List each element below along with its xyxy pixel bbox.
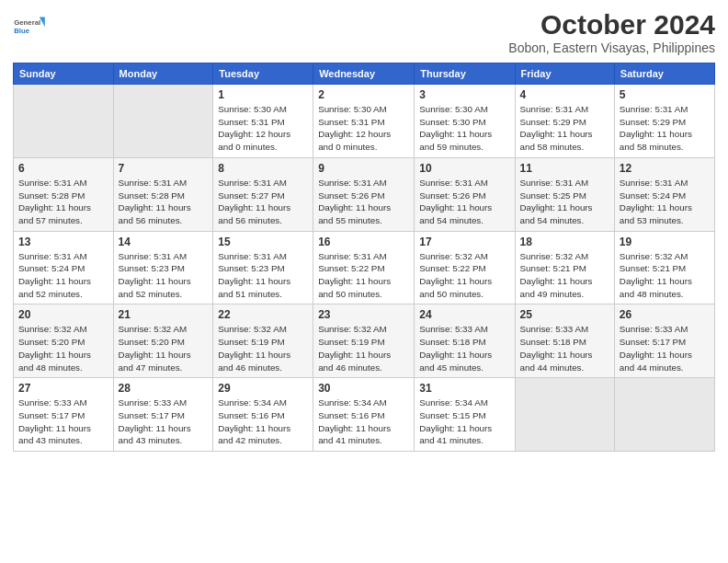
cell-date-number: 26 <box>620 308 710 321</box>
cell-date-number: 28 <box>119 382 209 395</box>
cell-date-number: 25 <box>520 308 609 321</box>
cell-date-number: 10 <box>419 162 509 175</box>
calendar-cell: 5Sunrise: 5:31 AM Sunset: 5:29 PM Daylig… <box>614 85 714 158</box>
weekday-header-monday: Monday <box>113 63 213 85</box>
weekday-header-friday: Friday <box>515 63 614 85</box>
calendar-cell: 31Sunrise: 5:34 AM Sunset: 5:15 PM Dayli… <box>415 378 515 452</box>
calendar-cell <box>614 378 714 452</box>
cell-info-text: Sunrise: 5:32 AM Sunset: 5:22 PM Dayligh… <box>419 250 509 301</box>
weekday-header-thursday: Thursday <box>415 63 515 85</box>
calendar-cell: 18Sunrise: 5:32 AM Sunset: 5:21 PM Dayli… <box>515 231 614 304</box>
calendar-cell: 22Sunrise: 5:32 AM Sunset: 5:19 PM Dayli… <box>213 304 313 378</box>
cell-info-text: Sunrise: 5:31 AM Sunset: 5:29 PM Dayligh… <box>520 103 609 154</box>
cell-date-number: 21 <box>119 308 209 321</box>
calendar-cell: 1Sunrise: 5:30 AM Sunset: 5:31 PM Daylig… <box>213 85 313 158</box>
cell-date-number: 16 <box>318 236 409 248</box>
calendar-cell: 26Sunrise: 5:33 AM Sunset: 5:17 PM Dayli… <box>614 304 714 378</box>
cell-info-text: Sunrise: 5:34 AM Sunset: 5:16 PM Dayligh… <box>318 396 409 447</box>
cell-info-text: Sunrise: 5:32 AM Sunset: 5:19 PM Dayligh… <box>318 323 409 373</box>
calendar-subtitle: Bobon, Eastern Visayas, Philippines <box>508 40 715 55</box>
cell-date-number: 2 <box>318 88 409 101</box>
calendar-cell <box>515 378 614 452</box>
svg-text:General: General <box>14 18 40 27</box>
cell-info-text: Sunrise: 5:31 AM Sunset: 5:25 PM Dayligh… <box>520 177 609 227</box>
cell-info-text: Sunrise: 5:34 AM Sunset: 5:16 PM Dayligh… <box>218 396 308 447</box>
cell-date-number: 29 <box>218 382 308 395</box>
cell-date-number: 7 <box>119 162 209 175</box>
cell-info-text: Sunrise: 5:31 AM Sunset: 5:26 PM Dayligh… <box>318 177 409 227</box>
cell-info-text: Sunrise: 5:31 AM Sunset: 5:28 PM Dayligh… <box>119 177 209 227</box>
cell-info-text: Sunrise: 5:32 AM Sunset: 5:21 PM Dayligh… <box>620 250 710 301</box>
weekday-header-saturday: Saturday <box>614 63 714 85</box>
cell-info-text: Sunrise: 5:30 AM Sunset: 5:30 PM Dayligh… <box>419 103 509 154</box>
cell-date-number: 22 <box>218 308 308 321</box>
cell-info-text: Sunrise: 5:31 AM Sunset: 5:26 PM Dayligh… <box>419 177 509 227</box>
cell-info-text: Sunrise: 5:31 AM Sunset: 5:23 PM Dayligh… <box>119 250 209 301</box>
cell-info-text: Sunrise: 5:33 AM Sunset: 5:18 PM Dayligh… <box>520 323 609 373</box>
cell-info-text: Sunrise: 5:34 AM Sunset: 5:15 PM Dayligh… <box>419 396 509 447</box>
cell-date-number: 17 <box>419 236 509 248</box>
weekday-header-wednesday: Wednesday <box>313 63 415 85</box>
cell-date-number: 1 <box>218 88 308 101</box>
calendar-cell: 4Sunrise: 5:31 AM Sunset: 5:29 PM Daylig… <box>515 85 614 158</box>
weekday-header-tuesday: Tuesday <box>213 63 313 85</box>
cell-info-text: Sunrise: 5:32 AM Sunset: 5:19 PM Dayligh… <box>218 323 308 373</box>
week-row-2: 6Sunrise: 5:31 AM Sunset: 5:28 PM Daylig… <box>14 157 715 231</box>
calendar-cell: 12Sunrise: 5:31 AM Sunset: 5:24 PM Dayli… <box>614 157 714 231</box>
calendar-cell: 14Sunrise: 5:31 AM Sunset: 5:23 PM Dayli… <box>113 231 213 304</box>
logo-svg: General Blue <box>13 9 46 42</box>
cell-date-number: 5 <box>620 88 710 101</box>
cell-date-number: 6 <box>18 162 108 175</box>
cell-date-number: 19 <box>620 236 710 248</box>
week-row-3: 13Sunrise: 5:31 AM Sunset: 5:24 PM Dayli… <box>14 231 715 304</box>
cell-info-text: Sunrise: 5:31 AM Sunset: 5:29 PM Dayligh… <box>620 103 710 154</box>
cell-date-number: 14 <box>119 236 209 248</box>
cell-info-text: Sunrise: 5:30 AM Sunset: 5:31 PM Dayligh… <box>218 103 308 154</box>
calendar-cell: 17Sunrise: 5:32 AM Sunset: 5:22 PM Dayli… <box>415 231 515 304</box>
calendar-cell: 10Sunrise: 5:31 AM Sunset: 5:26 PM Dayli… <box>415 157 515 231</box>
cell-date-number: 30 <box>318 382 409 395</box>
calendar-cell: 24Sunrise: 5:33 AM Sunset: 5:18 PM Dayli… <box>415 304 515 378</box>
cell-info-text: Sunrise: 5:33 AM Sunset: 5:17 PM Dayligh… <box>18 396 108 447</box>
calendar-cell: 20Sunrise: 5:32 AM Sunset: 5:20 PM Dayli… <box>14 304 114 378</box>
cell-info-text: Sunrise: 5:32 AM Sunset: 5:20 PM Dayligh… <box>18 323 108 373</box>
calendar-cell: 13Sunrise: 5:31 AM Sunset: 5:24 PM Dayli… <box>14 231 114 304</box>
calendar-cell: 29Sunrise: 5:34 AM Sunset: 5:16 PM Dayli… <box>213 378 313 452</box>
weekday-header-row: SundayMondayTuesdayWednesdayThursdayFrid… <box>14 63 715 85</box>
svg-text:Blue: Blue <box>14 27 30 35</box>
cell-info-text: Sunrise: 5:30 AM Sunset: 5:31 PM Dayligh… <box>318 103 409 154</box>
calendar-cell: 16Sunrise: 5:31 AM Sunset: 5:22 PM Dayli… <box>313 231 415 304</box>
cell-date-number: 4 <box>520 88 609 101</box>
header: General Blue October 2024 Bobon, Eastern… <box>13 9 715 55</box>
cell-date-number: 3 <box>419 88 509 101</box>
calendar-cell: 15Sunrise: 5:31 AM Sunset: 5:23 PM Dayli… <box>213 231 313 304</box>
calendar-cell: 21Sunrise: 5:32 AM Sunset: 5:20 PM Dayli… <box>113 304 213 378</box>
cell-date-number: 9 <box>318 162 409 175</box>
cell-date-number: 12 <box>620 162 710 175</box>
cell-info-text: Sunrise: 5:31 AM Sunset: 5:24 PM Dayligh… <box>620 177 710 227</box>
cell-info-text: Sunrise: 5:31 AM Sunset: 5:27 PM Dayligh… <box>218 177 308 227</box>
title-block: October 2024 Bobon, Eastern Visayas, Phi… <box>508 9 715 55</box>
cell-date-number: 27 <box>18 382 108 395</box>
calendar-cell: 28Sunrise: 5:33 AM Sunset: 5:17 PM Dayli… <box>113 378 213 452</box>
cell-date-number: 18 <box>520 236 609 248</box>
calendar-cell <box>14 85 114 158</box>
calendar-cell: 8Sunrise: 5:31 AM Sunset: 5:27 PM Daylig… <box>213 157 313 231</box>
cell-info-text: Sunrise: 5:33 AM Sunset: 5:18 PM Dayligh… <box>419 323 509 373</box>
cell-date-number: 11 <box>520 162 609 175</box>
calendar-cell: 3Sunrise: 5:30 AM Sunset: 5:30 PM Daylig… <box>415 85 515 158</box>
cell-info-text: Sunrise: 5:32 AM Sunset: 5:21 PM Dayligh… <box>520 250 609 301</box>
weekday-header-sunday: Sunday <box>14 63 114 85</box>
calendar-cell: 30Sunrise: 5:34 AM Sunset: 5:16 PM Dayli… <box>313 378 415 452</box>
calendar-cell: 6Sunrise: 5:31 AM Sunset: 5:28 PM Daylig… <box>14 157 114 231</box>
calendar-cell: 19Sunrise: 5:32 AM Sunset: 5:21 PM Dayli… <box>614 231 714 304</box>
cell-info-text: Sunrise: 5:31 AM Sunset: 5:22 PM Dayligh… <box>318 250 409 301</box>
week-row-5: 27Sunrise: 5:33 AM Sunset: 5:17 PM Dayli… <box>14 378 715 452</box>
calendar-cell: 23Sunrise: 5:32 AM Sunset: 5:19 PM Dayli… <box>313 304 415 378</box>
calendar-cell: 27Sunrise: 5:33 AM Sunset: 5:17 PM Dayli… <box>14 378 114 452</box>
cell-info-text: Sunrise: 5:31 AM Sunset: 5:28 PM Dayligh… <box>18 177 108 227</box>
calendar-cell: 9Sunrise: 5:31 AM Sunset: 5:26 PM Daylig… <box>313 157 415 231</box>
logo: General Blue <box>13 9 46 42</box>
cell-date-number: 20 <box>18 308 108 321</box>
cell-info-text: Sunrise: 5:33 AM Sunset: 5:17 PM Dayligh… <box>119 396 209 447</box>
